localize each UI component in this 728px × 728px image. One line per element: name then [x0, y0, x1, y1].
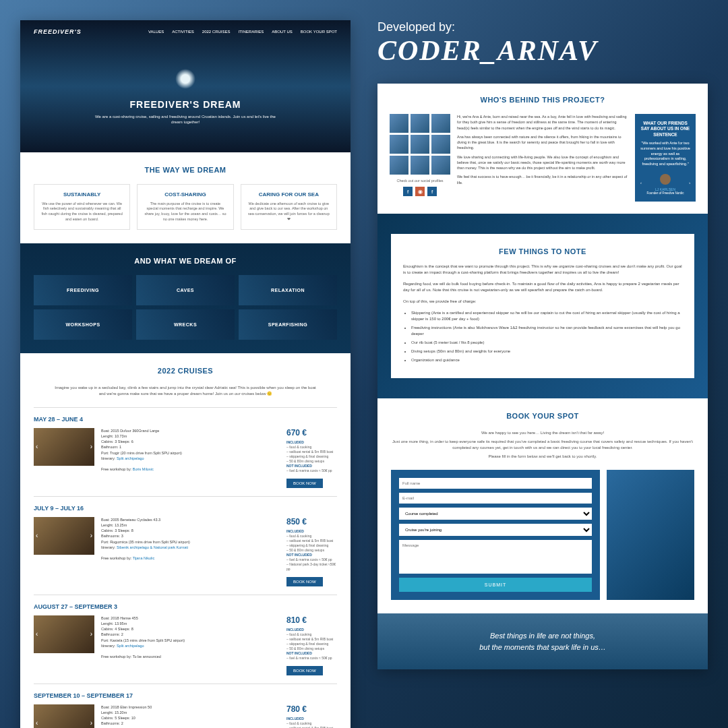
workshop-link[interactable]: Boris Milosic	[133, 467, 154, 471]
behind-section: WHO'S BEHIND THIS PROJECT? Check out our…	[377, 84, 708, 214]
facebook-icon[interactable]: f	[403, 187, 413, 196]
course-select[interactable]: Course completed	[399, 508, 592, 520]
book-now-button[interactable]: BOOK NOW	[286, 577, 323, 586]
facebook2-icon[interactable]: f	[427, 187, 437, 196]
itinerary-link[interactable]: Split archipelago	[117, 456, 144, 460]
next-arrow-icon[interactable]: ›	[90, 532, 92, 539]
nav-about[interactable]: ABOUT US	[272, 30, 293, 34]
activity-tile[interactable]: SPEARFISHING	[239, 309, 337, 340]
book-section: BOOK YOUR SPOT We are happy to see you h…	[377, 398, 708, 613]
dream-title: THE WAY WE DREAM	[34, 166, 337, 174]
notes-li1: Skippering (Ante is a certified and expe…	[411, 310, 682, 322]
photo	[390, 114, 408, 133]
activity-tile[interactable]: WRECKS	[136, 309, 235, 340]
testimonial-prev-icon[interactable]: ‹	[640, 181, 642, 185]
book-now-button[interactable]: BOOK NOW	[286, 666, 323, 675]
cruise-price: 810 €	[286, 615, 337, 625]
activity-tile[interactable]: FREEDIVING	[34, 275, 132, 305]
nav-book[interactable]: BOOK YOUR SPOT	[301, 30, 337, 34]
notes-li2: Freediving instructions (Ante is also Mo…	[411, 325, 682, 337]
card-text: We use the power of wind whenever we can…	[41, 202, 123, 222]
notes-p3: On top of this, we provide free of charg…	[403, 299, 682, 305]
cruise-image: ‹›	[34, 428, 94, 466]
testimonial-role: Founder of Freedive Nordic	[647, 191, 684, 195]
cruise-item: MAY 28 – JUNE 4 ‹› Boat: 2015 Dufour 360…	[34, 407, 337, 496]
logo[interactable]: FREEDIVER'S	[34, 28, 82, 35]
nav-cruises[interactable]: 2022 CRUISES	[202, 30, 231, 34]
activity-tile[interactable]: RELAXATION	[239, 275, 337, 305]
next-arrow-icon[interactable]: ›	[90, 630, 92, 638]
notes-li3: Our rib boat (5 meter boat / fits 8 peop…	[411, 340, 682, 346]
message-input[interactable]	[399, 540, 592, 574]
card-title: CARING FOR OUR SEA	[248, 191, 330, 198]
testimonial-next-icon[interactable]: ›	[689, 181, 690, 185]
behind-p1: Hi, we're Ana & Ante, born and raised ne…	[457, 114, 628, 131]
prev-arrow-icon[interactable]: ‹	[36, 719, 38, 727]
cruise-date: MAY 28 – JUNE 4	[34, 416, 337, 423]
cruise-details: Boat: 2018 Elan Impression 50Lenght: 15.…	[101, 704, 280, 728]
dream-card: COST-SHARINGThe main purpose of the crui…	[137, 184, 233, 230]
dream-section: THE WAY WE DREAM SUSTAINABLYWe use the p…	[20, 152, 351, 243]
photo	[411, 156, 429, 175]
photo	[431, 135, 450, 154]
instagram-icon[interactable]: ◉	[415, 187, 425, 196]
cruise-select[interactable]: Cruise you're joining	[399, 524, 592, 536]
photo	[390, 156, 408, 175]
photo	[431, 114, 450, 133]
cruise-image: ‹›	[34, 615, 94, 653]
nav-itineraries[interactable]: ITINERARIES	[239, 30, 264, 34]
nav-values[interactable]: VALUES	[148, 30, 164, 34]
itinerary-link[interactable]: Sibenik archipelago & National park Korn…	[117, 545, 188, 549]
cruise-date: JULY 9 – JULY 16	[34, 505, 337, 512]
cruise-item: JULY 9 – JULY 16 ‹› Boat: 2005 Beneteau …	[34, 496, 337, 595]
next-arrow-icon[interactable]: ›	[90, 719, 92, 727]
workshop-link[interactable]: Tijana Nikolic	[133, 556, 155, 560]
form-image	[607, 470, 694, 600]
dreamof-section: AND WHAT WE DREAM OF FREEDIVINGCAVESRELA…	[20, 243, 351, 353]
notes-p1: Enoughism is the concept that we want to…	[403, 264, 682, 276]
activity-tile[interactable]: WORKSHOPS	[34, 309, 132, 340]
cruise-item: SEPTEMBER 10 – SEPTEMBER 17 ‹› Boat: 201…	[34, 684, 337, 728]
cruise-price: 850 €	[286, 517, 337, 526]
notes-p2: Regarding food, we will do bulk food buy…	[403, 281, 682, 293]
prev-arrow-icon[interactable]: ‹	[36, 532, 38, 539]
photo	[411, 135, 429, 154]
photo	[411, 114, 429, 133]
card-text: The main purpose of the cruise is to cre…	[144, 202, 226, 222]
avatar	[660, 174, 671, 185]
dev-label: Developed by:	[377, 20, 708, 34]
book-now-button[interactable]: BOOK NOW	[286, 479, 323, 488]
behind-p4: We feel that success is to have enough… …	[457, 174, 628, 185]
cruises-intro: Imagine you wake up in a secluded bay, c…	[34, 385, 337, 397]
activity-tile[interactable]: CAVES	[136, 275, 235, 305]
cruises-section: 2022 CRUISES Imagine you wake up in a se…	[20, 353, 351, 728]
email-input[interactable]	[399, 493, 592, 504]
card-title: SUSTAINABLY	[41, 191, 123, 198]
nav-activities[interactable]: ACTIVITIES	[172, 30, 194, 34]
book-p3: Please fill in the form below and we'll …	[391, 454, 694, 460]
testimonial-heading: WHAT OUR FRIENDS SAY ABOUT US IN ONE SEN…	[640, 121, 690, 138]
footer-quote: Best things in life are not things, but …	[377, 613, 708, 669]
submit-button[interactable]: SUBMIT	[399, 578, 592, 592]
notes-li4: Diving setups (50m and 80m) and weights …	[411, 348, 682, 355]
fullname-input[interactable]	[399, 478, 592, 489]
book-title: BOOK YOUR SPOT	[391, 412, 694, 420]
hero-section: FREEDIVER'S VALUES ACTIVITIES 2022 CRUIS…	[20, 20, 351, 152]
itinerary-link[interactable]: Split archipelago	[117, 644, 144, 648]
cruise-date: SEPTEMBER 10 – SEPTEMBER 17	[34, 692, 337, 699]
dev-name: CODER_ARNAV	[377, 34, 708, 67]
hero-title: FREEDIVER'S DREAM	[34, 99, 337, 110]
prev-arrow-icon[interactable]: ‹	[36, 630, 38, 638]
behind-p2: Ana has always been connected with natur…	[457, 134, 628, 151]
testimonial-card: WHAT OUR FRIENDS SAY ABOUT US IN ONE SEN…	[635, 114, 696, 202]
cruise-item: AUGUST 27 – SEPTEMBER 3 ‹› Boat: 2018 Ha…	[34, 595, 337, 684]
card-text: We dedicate one afternoon of each cruise…	[248, 202, 330, 222]
photo	[390, 135, 408, 154]
prev-arrow-icon[interactable]: ‹	[36, 443, 38, 450]
cruise-details: Boat: 2018 Hanse 455Lenght: 13.95mCabins…	[101, 615, 280, 675]
dreamof-title: AND WHAT WE DREAM OF	[34, 257, 337, 265]
cruise-details: Boat: 2005 Beneteau Cyclades 43.3Lenght:…	[101, 517, 280, 586]
next-arrow-icon[interactable]: ›	[90, 443, 92, 450]
cruise-details: Boat: 2015 Dufour 360Grand LargeLenght: …	[101, 428, 280, 488]
card-title: COST-SHARING	[144, 191, 226, 198]
